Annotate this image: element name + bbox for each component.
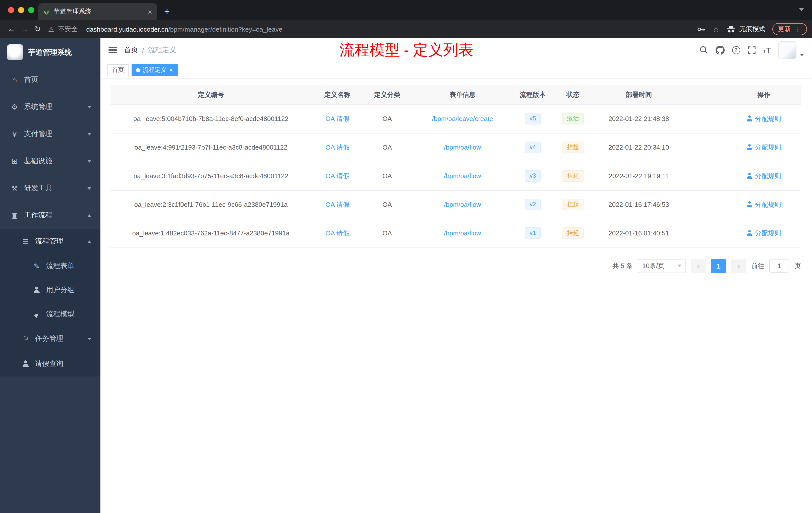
definition-name-link[interactable]: OA 请假 xyxy=(325,143,349,151)
help-icon[interactable]: ? xyxy=(732,46,740,54)
maximize-window-button[interactable] xyxy=(28,7,34,13)
goto-page-input[interactable] xyxy=(769,259,789,273)
chevron-up-icon xyxy=(87,214,91,217)
assign-rule-link[interactable]: 分配规则 xyxy=(747,229,781,237)
assign-rule-link[interactable]: 分配规则 xyxy=(747,143,781,151)
fullscreen-icon[interactable] xyxy=(748,46,755,54)
browser-tab[interactable]: 芋道管理系统 xyxy=(38,3,157,20)
col-operation: 操作 xyxy=(727,85,801,104)
browser-toolbar: 不安全 dashboard.yudao.iocoder.cn/bpm/manag… xyxy=(0,20,812,38)
sidebar-item-process-model[interactable]: 流程模型 xyxy=(0,302,100,326)
avatar-caret-icon[interactable] xyxy=(800,54,804,56)
breadcrumb-separator: / xyxy=(142,46,144,54)
breadcrumb-home[interactable]: 首页 xyxy=(124,46,138,55)
password-key-icon[interactable] xyxy=(697,25,705,33)
chevron-down-icon xyxy=(87,105,91,108)
definition-id-cell: oa_leave:1:482ec033-762a-11ec-8477-a2380… xyxy=(111,219,311,247)
page-1-button[interactable]: 1 xyxy=(711,259,726,273)
app-navbar: 首页 / 流程定义 流程模型 - 定义列表 ? TT xyxy=(100,38,812,62)
assign-rule-link[interactable]: 分配规则 xyxy=(747,115,781,122)
assign-rule-link[interactable]: 分配规则 xyxy=(747,172,781,179)
tag-close-icon[interactable] xyxy=(169,66,173,74)
sidebar-item-user-group[interactable]: 用户分组 xyxy=(0,278,100,302)
sidebar-item-leave-query[interactable]: 请假查询 xyxy=(0,351,100,376)
goto-label: 前往 xyxy=(751,261,764,270)
toolbar-right: 无痕模式 更新 xyxy=(697,23,807,35)
sidebar-item-home[interactable]: 首页 xyxy=(0,66,100,93)
workflow-icon xyxy=(10,211,19,219)
definition-name-link[interactable]: OA 请假 xyxy=(325,115,349,122)
page-size-select[interactable]: 10条/页 xyxy=(638,259,686,273)
close-window-button[interactable] xyxy=(8,7,14,13)
avatar[interactable] xyxy=(778,41,796,59)
browser-update-button[interactable]: 更新 xyxy=(772,23,807,35)
tab-close-icon[interactable] xyxy=(148,7,152,16)
deploy-time-cell: 2022-01-22 20:34:10 xyxy=(594,133,683,162)
gear-icon xyxy=(10,102,19,112)
sidebar-item-infrastructure[interactable]: 基础设施 xyxy=(0,148,100,175)
back-button[interactable] xyxy=(5,25,18,34)
tags-view-bar: 首页 流程定义 xyxy=(100,62,812,78)
table-row: oa_leave:4:991f2193-7b7f-11ec-a3c8-acde4… xyxy=(111,133,801,162)
search-icon[interactable] xyxy=(699,46,708,54)
breadcrumb-current: 流程定义 xyxy=(148,46,176,55)
logo-avatar xyxy=(7,44,23,60)
next-page-button[interactable] xyxy=(731,259,746,273)
tag-home[interactable]: 首页 xyxy=(108,64,128,76)
col-status: 状态 xyxy=(551,85,594,104)
status-tag: 挂起 xyxy=(562,228,584,239)
form-link[interactable]: /bpm/oa/flow xyxy=(444,144,481,151)
browser-menu-icon[interactable] xyxy=(794,25,802,33)
chevron-down-icon xyxy=(87,160,91,162)
dev-tools-icon xyxy=(10,184,19,192)
form-link[interactable]: /bpm/oa/leave/create xyxy=(432,115,493,122)
minimize-window-button[interactable] xyxy=(18,7,24,13)
security-label: 不安全 xyxy=(58,25,78,34)
status-tag: 激活 xyxy=(562,113,584,124)
sidebar-item-system[interactable]: 系统管理 xyxy=(0,93,100,120)
definition-name-link[interactable]: OA 请假 xyxy=(325,229,349,237)
person-icon xyxy=(747,201,753,207)
sidebar-item-task-management[interactable]: 任务管理 xyxy=(0,326,100,351)
bookmark-star-icon[interactable] xyxy=(712,24,720,34)
page-unit-label: 页 xyxy=(794,261,801,270)
sidebar-item-payment[interactable]: 支付管理 xyxy=(0,120,100,148)
sidebar-item-devtools[interactable]: 研发工具 xyxy=(0,175,100,202)
form-link[interactable]: /bpm/oa/flow xyxy=(444,201,481,208)
address-bar[interactable]: 不安全 dashboard.yudao.iocoder.cn/bpm/manag… xyxy=(48,25,691,34)
category-cell: OA xyxy=(364,104,411,133)
update-label: 更新 xyxy=(778,25,791,34)
sidebar-item-process-form[interactable]: 流程表单 xyxy=(0,254,100,278)
form-link[interactable]: /bpm/oa/flow xyxy=(444,172,481,180)
sidebar-item-process-management[interactable]: 流程管理 xyxy=(0,229,100,254)
app-frame: 芋道管理系统 首页 系统管理 支付管理 基础设施 xyxy=(0,38,812,513)
sidebar-submenu-workflow: 流程管理 流程表单 用户分组 流程模型 任务管理 xyxy=(0,229,100,376)
page-content: 定义编号 定义名称 定义分类 表单信息 流程版本 状态 部署时间 操作 xyxy=(100,78,812,513)
tag-process-definition[interactable]: 流程定义 xyxy=(132,64,177,76)
prev-page-button[interactable] xyxy=(691,259,706,273)
forward-button[interactable] xyxy=(18,25,31,34)
hamburger-icon[interactable] xyxy=(109,47,117,53)
url-host: dashboard.yudao.iocoder.cn xyxy=(86,25,168,33)
person-icon xyxy=(747,115,753,121)
category-cell: OA xyxy=(364,133,411,162)
sidebar-item-workflow[interactable]: 工作流程 xyxy=(0,202,100,229)
chevron-down-icon xyxy=(87,338,91,340)
definition-table: 定义编号 定义名称 定义分类 表单信息 流程版本 状态 部署时间 操作 xyxy=(111,85,801,248)
new-tab-button[interactable] xyxy=(164,6,170,17)
category-cell: OA xyxy=(364,190,411,219)
col-form-info: 表单信息 xyxy=(411,85,514,104)
definition-name-link[interactable]: OA 请假 xyxy=(325,201,349,208)
active-tag-dot xyxy=(136,68,140,72)
form-link[interactable]: /bpm/oa/flow xyxy=(444,230,481,237)
reload-button[interactable] xyxy=(31,25,44,34)
col-definition-id: 定义编号 xyxy=(111,85,311,104)
github-icon[interactable] xyxy=(715,46,724,55)
assign-rule-link[interactable]: 分配规则 xyxy=(747,201,781,208)
tab-search-chevron-icon[interactable] xyxy=(799,8,804,11)
category-cell: OA xyxy=(364,162,411,190)
sidebar-logo[interactable]: 芋道管理系统 xyxy=(0,38,100,66)
definition-name-link[interactable]: OA 请假 xyxy=(325,172,349,179)
person-icon xyxy=(747,173,753,178)
font-size-icon[interactable]: TT xyxy=(763,46,771,54)
